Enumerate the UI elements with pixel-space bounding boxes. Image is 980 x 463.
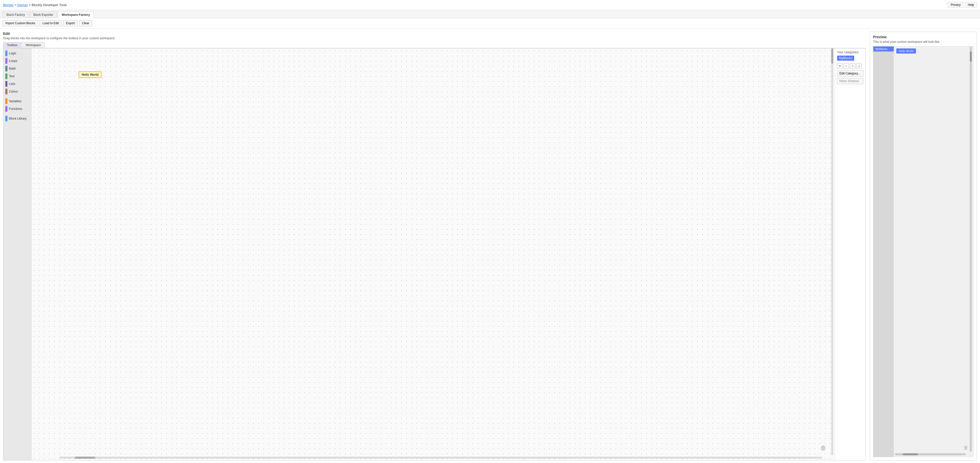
workspace-scrollbar-v-thumb[interactable] <box>831 48 833 64</box>
edit-panel: Edit Drag blocks into the workspace to c… <box>3 32 865 460</box>
category-down-button[interactable]: ↓ <box>856 63 862 69</box>
breadcrumb: Blockly > Demos > Blockly Developer Tool… <box>3 3 67 7</box>
trash-icon: 🗑 <box>820 444 826 452</box>
categories-label: Your categories: <box>837 51 863 54</box>
preview-scrollbar-h-thumb[interactable] <box>903 453 918 455</box>
breadcrumb-sep2: > <box>29 3 32 7</box>
category-controls: + - ↑ ↓ <box>837 63 863 69</box>
category-up-button[interactable]: ↑ <box>850 63 856 69</box>
workspace-canvas[interactable]: Hello World 🗑 <box>32 48 835 460</box>
preview-scrollbar-v-thumb[interactable] <box>970 51 972 62</box>
lists-color <box>5 81 7 87</box>
sidebar-divider-1 <box>3 95 31 97</box>
tab-workspace-factory[interactable]: Workspace Factory <box>58 11 94 18</box>
categories-panel: Your categories: MyBlocks + - ↑ ↓ Edit C… <box>835 48 865 460</box>
sidebar-item-lists[interactable]: Lists <box>3 80 31 88</box>
category-badge-myblocks[interactable]: MyBlocks <box>837 55 863 61</box>
sidebar-item-variables[interactable]: Variables <box>3 97 31 105</box>
main-tab-bar: Block Factory Block Exporter Workspace F… <box>0 10 980 18</box>
workspace-scrollbar-v[interactable] <box>831 48 833 455</box>
preview-trash-icon: 🗑 <box>964 445 968 450</box>
sub-tab-workspace[interactable]: Workspace <box>22 42 45 48</box>
hello-world-block[interactable]: Hello World <box>79 71 102 78</box>
toolbar-row: Import Custom Blocks Load to Edit Export… <box>0 18 980 29</box>
sub-tab-toolbox[interactable]: Toolbox <box>3 42 21 48</box>
sidebar-item-block-library[interactable]: Block Library <box>3 115 31 122</box>
text-color <box>5 73 7 79</box>
category-add-button[interactable]: + <box>837 63 843 69</box>
preview-title: Preview <box>873 35 974 39</box>
make-shadow-button[interactable]: Make Shadow <box>837 78 863 84</box>
sidebar-item-math[interactable]: Math <box>3 65 31 72</box>
edit-subtitle: Drag blocks into the workspace to config… <box>3 36 865 40</box>
logic-color <box>5 51 7 56</box>
sub-tabs: Toolbox Workspace <box>3 42 865 48</box>
preview-workspace: MyBlocks Hello World 🗑 <box>873 46 974 457</box>
top-bar-right: Privacy Help <box>948 2 977 8</box>
clear-button[interactable]: Clear <box>79 20 92 26</box>
breadcrumb-sep1: > <box>14 3 18 7</box>
sidebar-label-variables: Variables <box>9 100 21 103</box>
sidebar-label-lists: Lists <box>9 82 15 86</box>
loops-color <box>5 58 7 64</box>
sidebar-label-text: Text <box>9 75 14 78</box>
privacy-button[interactable]: Privacy <box>948 2 963 8</box>
sidebar-label-functions: Functions <box>9 107 22 111</box>
sidebar-label-math: Math <box>9 67 16 70</box>
sidebar-item-text[interactable]: Text <box>3 72 31 80</box>
preview-category-myblocks[interactable]: MyBlocks <box>873 46 894 51</box>
breadcrumb-blockly[interactable]: Blockly <box>3 3 14 7</box>
tab-block-factory[interactable]: Block Factory <box>3 11 29 18</box>
edit-category-button[interactable]: Edit Category... <box>837 70 863 76</box>
sidebar-divider-2 <box>3 113 31 115</box>
edit-title: Edit <box>3 32 865 36</box>
sidebar-label-logic: Logic <box>9 51 16 55</box>
load-to-edit-button[interactable]: Load to Edit <box>40 20 62 26</box>
sidebar-label-colour: Colour <box>9 90 18 93</box>
help-button[interactable]: Help <box>965 2 977 8</box>
tab-block-exporter[interactable]: Block Exporter <box>30 11 57 18</box>
sidebar-item-logic[interactable]: Logic <box>3 49 31 57</box>
sidebar-item-functions[interactable]: Functions <box>3 105 31 113</box>
sidebar-label-loops: Loops <box>9 59 18 63</box>
preview-subtitle: This is what your custom workspace will … <box>873 40 974 44</box>
workspace-scrollbar-h[interactable] <box>59 457 822 459</box>
workspace-trash: 🗑 <box>819 443 827 453</box>
functions-color <box>5 106 7 112</box>
preview-toolbox: MyBlocks <box>873 46 894 457</box>
top-bar: Blockly > Demos > Blockly Developer Tool… <box>0 0 980 10</box>
colour-color <box>5 89 7 94</box>
workspace-scrollbar-h-thumb[interactable] <box>75 457 95 459</box>
sidebar-item-loops[interactable]: Loops <box>3 57 31 65</box>
import-custom-blocks-button[interactable]: Import Custom Blocks <box>3 20 38 26</box>
main-content: Edit Drag blocks into the workspace to c… <box>0 29 980 463</box>
variables-color <box>5 98 7 104</box>
preview-panel: Preview This is what your custom workspa… <box>870 32 977 460</box>
math-color <box>5 66 7 71</box>
sidebar-label-block-library: Block Library <box>9 117 27 121</box>
preview-hello-block: Hello World <box>896 48 916 54</box>
category-remove-button[interactable]: - <box>843 63 849 69</box>
sidebar-item-colour[interactable]: Colour <box>3 88 31 95</box>
breadcrumb-current: Blockly Developer Tools <box>32 3 67 7</box>
workspace-area: Logic Loops Math Text Lists <box>3 48 865 460</box>
breadcrumb-demos[interactable]: Demos <box>18 3 28 7</box>
block-library-color <box>5 116 7 121</box>
preview-scrollbar-v[interactable] <box>970 46 972 452</box>
preview-canvas: Hello World <box>896 48 974 457</box>
export-button[interactable]: Export <box>63 20 78 26</box>
preview-scrollbar-h[interactable] <box>895 453 966 455</box>
workspace-sidebar: Logic Loops Math Text Lists <box>3 48 32 460</box>
